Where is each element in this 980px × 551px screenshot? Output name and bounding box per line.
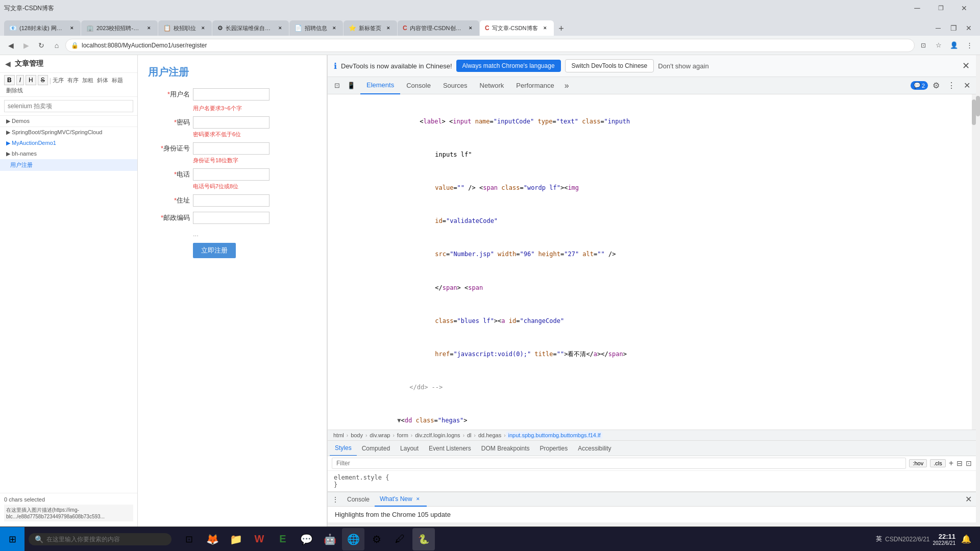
csdn-search-input[interactable]	[4, 100, 133, 112]
window-close-btn2[interactable]: ✕	[962, 21, 976, 35]
tab-csdn-manage-close[interactable]: ✕	[467, 24, 474, 32]
csdn-nav-item-3[interactable]: ▶ MyAuctionDemo1	[0, 138, 137, 148]
html-scrollbar[interactable]	[972, 94, 976, 430]
tab-newtab[interactable]: ⭐ 新标签页 ✕	[344, 20, 397, 36]
notification-close-btn[interactable]: ✕	[962, 60, 970, 71]
notification-center-btn[interactable]: 🔔	[959, 532, 974, 547]
taskbar-icon-wps[interactable]: W	[248, 528, 271, 550]
taskbar-search[interactable]: 🔍	[29, 533, 172, 545]
devtools-right-scrollbar[interactable]	[976, 55, 980, 527]
styles-tab-accessibility[interactable]: Accessibility	[573, 441, 616, 456]
breadcrumb-dd[interactable]: dd.hegas	[477, 432, 503, 439]
forward-button[interactable]: ▶	[19, 39, 33, 52]
tab-network[interactable]: Network	[474, 77, 510, 94]
taskbar-search-input[interactable]	[46, 536, 159, 543]
taskbar-icon-explorer[interactable]: 📁	[225, 528, 247, 550]
zip-input[interactable]	[193, 212, 270, 224]
sidebar-collapse-btn[interactable]: ◀	[5, 60, 11, 68]
close-button[interactable]: ✕	[952, 0, 976, 16]
styles-tab-properties[interactable]: Properties	[535, 441, 573, 456]
console-badge[interactable]: 💬 2	[911, 81, 928, 90]
match-language-btn[interactable]: Always match Chrome's language	[456, 60, 561, 72]
strikethrough-btn[interactable]: S	[38, 75, 48, 85]
console-tab-whats-new[interactable]: What's New ✕	[375, 492, 427, 507]
bookmark-button[interactable]: ☆	[932, 39, 945, 52]
start-button[interactable]: ⊞	[0, 527, 24, 552]
devtools-menu-btn[interactable]: ⋮	[944, 79, 959, 93]
tab-email[interactable]: 📧 (128封未读) 网易邮 ✕	[4, 20, 81, 36]
whats-new-close[interactable]: ✕	[414, 495, 422, 503]
tab-recruit1[interactable]: 🏢 2023校招招聘-北京... ✕	[81, 20, 158, 36]
devtools-device-btn[interactable]: 📱	[344, 79, 358, 93]
console-tab-console[interactable]: Console	[342, 492, 375, 507]
tab-recruit1-close[interactable]: ✕	[145, 24, 153, 32]
username-input[interactable]	[193, 88, 270, 101]
window-restore-btn[interactable]: ❐	[946, 21, 961, 35]
devtools-inspect-btn[interactable]: ⊡	[330, 79, 344, 93]
styles-tab-event-listeners[interactable]: Event Listeners	[424, 441, 476, 456]
console-scroll[interactable]	[328, 522, 976, 527]
taskbar-icon-chrome[interactable]: 🌐	[342, 528, 364, 550]
breadcrumb-input-selected[interactable]: input.spbg.buttombg.buttombgs.f14.lf	[506, 432, 602, 439]
tab-jobs[interactable]: 📋 校招职位 ✕	[158, 20, 212, 36]
tab-newtab-close[interactable]: ✕	[385, 24, 392, 32]
tab-csdn-manage[interactable]: C 内容管理-CSDN创作... ✕	[398, 20, 479, 36]
profile-button[interactable]: 👤	[947, 39, 961, 52]
filter-cls-btn[interactable]: .cls	[930, 459, 946, 467]
window-minimize-btn[interactable]: ─	[931, 21, 945, 35]
csdn-nav-item-1[interactable]: ▶ Demos	[0, 116, 137, 127]
breadcrumb-html[interactable]: html	[332, 432, 346, 439]
styles-tab-computed[interactable]: Computed	[357, 441, 395, 456]
console-menu-icon[interactable]: ⋮	[332, 495, 339, 504]
filter-hov-btn[interactable]: :hov	[909, 459, 927, 467]
address-bar[interactable]: 🔒 localhost:8080/MyAuctionDemo1/user/reg…	[65, 39, 915, 52]
taskbar-icon-task-view[interactable]: ⊡	[178, 528, 200, 550]
home-button[interactable]: ⌂	[50, 39, 63, 52]
tab-csdn-write[interactable]: C 写文章-CSDN博客 ✕	[480, 20, 554, 36]
taskbar-icon-mark[interactable]: 🖊	[389, 528, 411, 550]
devtools-close-btn[interactable]: ✕	[960, 79, 974, 93]
taskbar-icon-pycharm[interactable]: 🐍	[412, 528, 435, 550]
devtools-more-tabs[interactable]: »	[560, 77, 573, 94]
tab-write-close[interactable]: ✕	[542, 24, 549, 32]
address-input[interactable]	[193, 194, 270, 207]
styles-tab-layout[interactable]: Layout	[395, 441, 424, 456]
breadcrumb-divwrap[interactable]: div.wrap	[368, 432, 391, 439]
devtools-settings-btn[interactable]: ⚙	[929, 79, 943, 93]
heading-btn[interactable]: H	[26, 75, 36, 85]
italic-btn[interactable]: I	[16, 75, 24, 85]
styles-tab-dom-breakpoints[interactable]: DOM Breakpoints	[476, 441, 535, 456]
console-close-btn[interactable]: ✕	[965, 494, 972, 504]
tab-sources[interactable]: Sources	[437, 77, 474, 94]
add-style-btn[interactable]: +	[949, 459, 953, 468]
taskbar-icon-chat[interactable]: 💬	[295, 528, 317, 550]
taskbar-icon-settings[interactable]: ⚙	[365, 528, 388, 550]
tab-recruit-info-close[interactable]: ✕	[331, 24, 338, 32]
tab-automation[interactable]: ⚙ 长园深瑞维保自动化... ✕	[212, 20, 289, 36]
tab-jobs-close[interactable]: ✕	[200, 24, 207, 32]
tab-automation-close[interactable]: ✕	[277, 24, 284, 32]
breadcrumb-form[interactable]: form	[396, 432, 410, 439]
password-input[interactable]	[193, 116, 270, 129]
reload-button[interactable]: ↻	[35, 39, 48, 52]
taskbar-icon-wps2[interactable]: E	[272, 528, 294, 550]
tab-performance[interactable]: Performance	[510, 77, 560, 94]
breadcrumb-div-login[interactable]: div.zclf.login.logns	[413, 432, 461, 439]
back-button[interactable]: ◀	[4, 39, 17, 52]
style-toggle-btn[interactable]: ⊡	[966, 459, 972, 467]
restore-button[interactable]: ❐	[929, 0, 952, 16]
taskbar-icon-firefox[interactable]: 🦊	[201, 528, 224, 550]
switch-devtools-btn[interactable]: Switch DevTools to Chinese	[565, 59, 654, 72]
bold-btn[interactable]: B	[4, 75, 15, 85]
csdn-nav-item-2[interactable]: ▶ SpringBoot/SpringMVC/SpringCloud	[0, 127, 137, 138]
csdn-nav-item-selected[interactable]: 用户注册	[0, 159, 137, 171]
breadcrumb-dl[interactable]: dl	[465, 432, 473, 439]
new-tab-button[interactable]: +	[554, 21, 569, 36]
phone-input[interactable]	[193, 168, 270, 181]
styles-filter-input[interactable]	[332, 458, 906, 469]
dont-show-again-btn[interactable]: Don't show again	[658, 62, 708, 70]
settings-button[interactable]: ⋮	[963, 39, 976, 52]
tab-email-close[interactable]: ✕	[68, 24, 76, 32]
styles-tab-styles[interactable]: Styles	[330, 441, 357, 456]
style-layout-btn[interactable]: ⊟	[957, 459, 963, 467]
